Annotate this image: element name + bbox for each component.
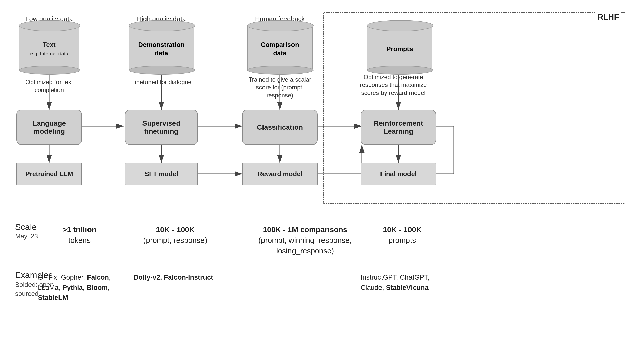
divider-1 xyxy=(15,217,629,217)
scale-val-3: 100K - 1M comparisons(prompt, winning_re… xyxy=(232,224,378,256)
col1-db-body: Texte.g. Internet data xyxy=(19,25,79,71)
scale-subtitle: May '23 xyxy=(15,232,38,241)
col4-output-box: Final model xyxy=(361,163,436,185)
example-4: InstructGPT, ChatGPT, Claude, StableVicu… xyxy=(361,272,456,293)
rlhf-label: RLHF xyxy=(596,12,621,22)
col1-database: Texte.g. Internet data xyxy=(19,25,79,71)
col3-output-box: Reward model xyxy=(242,163,318,185)
col2-output-box: SFT model xyxy=(125,163,198,185)
example-1: GPT-x, Gopher, Falcon, LLaMa, Pythia, Bl… xyxy=(38,272,134,303)
col2-db-label: Demonstrationdata xyxy=(138,41,184,58)
col4-process-box: Reinforcement Learning xyxy=(361,110,436,145)
example-2: Dolly-v2, Falcon-Instruct xyxy=(134,272,224,283)
col1-process-box: Language modeling xyxy=(16,110,82,145)
col1-output-box: Pretrained LLM xyxy=(16,163,82,185)
col3-process-box: Classification xyxy=(242,110,318,145)
col4-db-label: Prompts xyxy=(386,45,413,53)
scale-val-1: >1 trilliontokens xyxy=(38,224,121,246)
col2-arrow-label: Finetuned for dialogue xyxy=(129,78,194,86)
col3-db-label: Comparisondata xyxy=(261,41,299,58)
scale-title-block: Scale May '23 xyxy=(15,222,38,241)
scale-val-4: 10K - 100Kprompts xyxy=(361,224,444,246)
col1-arrow-label: Optimized for text completion xyxy=(20,78,78,94)
col4-arrow-label: Optimized to generate responses that max… xyxy=(350,73,436,97)
scale-title: Scale xyxy=(15,222,38,232)
col3-arrow-label: Trained to give a scalar score for (prom… xyxy=(242,76,318,99)
scale-val-2: 10K - 100K(prompt, response) xyxy=(134,224,217,246)
divider-2 xyxy=(15,265,629,265)
col2-process-box: Supervised finetuning xyxy=(125,110,198,145)
